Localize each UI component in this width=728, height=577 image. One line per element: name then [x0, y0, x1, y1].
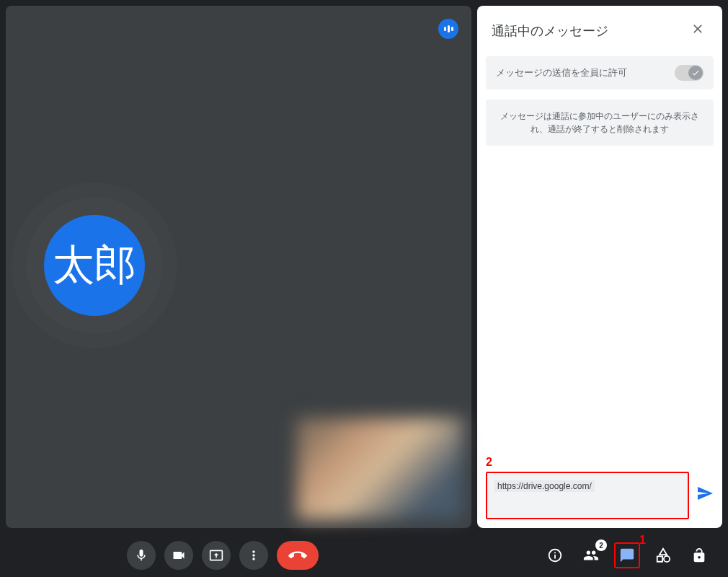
participant-avatar: 太郎 [44, 215, 145, 316]
avatar-initials: 太郎 [53, 237, 136, 294]
host-controls-button[interactable] [686, 542, 712, 568]
end-call-button[interactable] [277, 541, 319, 570]
permission-toggle-row: メッセージの送信を全員に許可 [486, 56, 714, 89]
permission-label: メッセージの送信を全員に許可 [496, 66, 627, 79]
microphone-button[interactable] [127, 541, 156, 570]
chat-input-text: https://drive.google.com/ [494, 480, 595, 492]
meeting-details-button[interactable] [542, 542, 568, 568]
chat-messages-area [477, 156, 722, 463]
speaking-indicator-icon [438, 19, 458, 39]
chat-message-input[interactable]: https://drive.google.com/ [486, 472, 689, 519]
bottom-toolbar: 2 1 [0, 534, 728, 577]
camera-button[interactable] [164, 541, 193, 570]
permission-toggle[interactable] [675, 65, 703, 81]
chat-panel-title: 通話中のメッセージ [492, 22, 608, 40]
activities-button[interactable] [650, 542, 676, 568]
participant-avatar-ring: 太郎 [26, 197, 163, 334]
send-message-button[interactable] [696, 485, 714, 506]
main-video-area: 太郎 [6, 6, 471, 528]
chat-panel: 通話中のメッセージ メッセージの送信を全員に許可 メッセージは通話に参加中のユー… [477, 6, 722, 528]
participants-count-badge: 2 [595, 539, 607, 551]
annotation-label-1: 1 [639, 534, 646, 547]
more-options-button[interactable] [239, 541, 268, 570]
chat-info-message: メッセージは通話に参加中のユーザーにのみ表示され、通話が終了すると削除されます [486, 100, 714, 146]
self-video-thumbnail[interactable] [297, 418, 463, 519]
close-chat-button[interactable] [688, 19, 708, 43]
annotation-label-2: 2 [486, 456, 492, 469]
participants-button[interactable]: 2 [578, 542, 604, 568]
chat-button[interactable]: 1 [614, 542, 640, 568]
present-screen-button[interactable] [202, 541, 231, 570]
